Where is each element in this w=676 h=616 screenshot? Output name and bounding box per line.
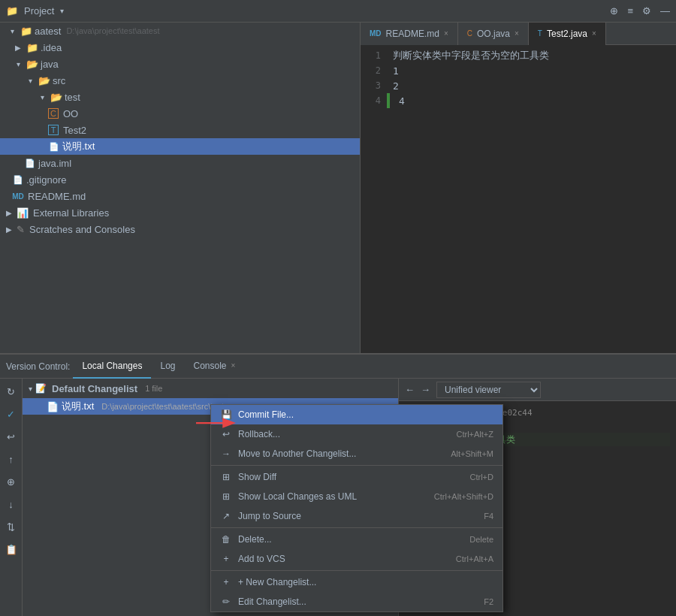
tab-console[interactable]: Console × (184, 355, 244, 379)
tab-local-changes[interactable]: Local Changes (73, 355, 151, 379)
tab-readme-close[interactable]: × (444, 29, 448, 38)
uml-icon: ⊞ (220, 491, 232, 503)
root-label: aatest (35, 26, 61, 37)
globe-icon[interactable]: ⊕ (610, 5, 618, 17)
line-num-3: 3 (361, 80, 387, 91)
iml-file[interactable]: 📄 java.iml (0, 155, 360, 171)
swap-btn[interactable]: ⇅ (3, 518, 20, 535)
diff-nav-next[interactable]: → (421, 384, 430, 395)
shuoming-file[interactable]: 📄 说明.txt (0, 138, 360, 155)
list-icon[interactable]: ≡ (627, 5, 633, 17)
folder-icon: 📁 (26, 42, 38, 53)
menu-move-changelist[interactable]: → Move to Another Changelist... Alt+Shif… (211, 444, 502, 464)
tab-readme[interactable]: MD README.md × (361, 23, 458, 45)
gitignore-icon: 📄 (12, 174, 24, 186)
show-uml-label: Show Local Changes as UML (238, 491, 357, 502)
editor-content: 1 判断实体类中字段是否为空的工具类 2 1 3 2 4 4 (361, 45, 676, 361)
idea-folder[interactable]: ▶ 📁 .idea (0, 39, 360, 56)
menu-new-changelist[interactable]: + + New Changelist... (211, 572, 502, 592)
menu-rollback[interactable]: ↩ Rollback... Ctrl+Alt+Z (211, 424, 502, 444)
test2-tab-icon: T (538, 29, 542, 38)
jump-label: Jump to Source (238, 511, 301, 521)
folder-icon: 📂 (50, 92, 62, 103)
java-orange-icon: C (48, 108, 59, 119)
project-label[interactable]: Project (24, 5, 54, 17)
menu-jump-source[interactable]: ↗ Jump to Source F4 (211, 506, 502, 526)
settings-icon[interactable]: ⚙ (642, 5, 651, 17)
console-close-icon[interactable]: × (231, 361, 236, 370)
java-folder[interactable]: ▾ 📂 java (0, 56, 360, 72)
scratches-label: Scratches and Consoles (29, 224, 135, 235)
line-num-1: 1 (361, 50, 387, 61)
tab-log[interactable]: Log (151, 355, 184, 379)
up-btn[interactable]: ↑ (3, 451, 20, 467)
test2-label: Test2 (63, 125, 86, 136)
readme-file[interactable]: MD README.md (0, 188, 360, 204)
txt-icon: 📄 (48, 140, 60, 152)
editor-line-3: 3 2 (361, 78, 676, 93)
arrow-indicator (196, 412, 241, 436)
rollback-shortcut: Ctrl+Alt+Z (456, 430, 493, 439)
tab-oo[interactable]: C OO.java × (458, 23, 529, 45)
md-tab-icon: MD (370, 29, 382, 38)
add-vcs-shortcut: Ctrl+Alt+A (456, 554, 493, 563)
clipboard-btn[interactable]: 📋 (3, 541, 20, 557)
move-shortcut: Alt+Shift+M (451, 449, 493, 458)
changelist-header[interactable]: ▾ 📝 Default Changelist 1 file (23, 379, 398, 398)
folder-icon: 📂 (38, 75, 50, 86)
external-libraries[interactable]: ▶ 📊 External Libraries (0, 204, 360, 221)
tab-oo-close[interactable]: × (515, 29, 519, 38)
dropdown-icon[interactable]: ▾ (60, 7, 64, 15)
jump-shortcut: F4 (484, 512, 493, 521)
editor-tabs: MD README.md × C OO.java × T Test2.java … (361, 23, 676, 45)
delete-icon: 🗑 (220, 533, 232, 545)
tab-test2[interactable]: T Test2.java × (529, 23, 606, 45)
local-changes-label: Local Changes (82, 361, 142, 371)
diff-nav-prev[interactable]: ← (405, 384, 415, 395)
folder-icon: 📁 (20, 26, 32, 37)
menu-show-uml[interactable]: ⊞ Show Local Changes as UML Ctrl+Alt+Shi… (211, 487, 502, 506)
menu-edit-changelist[interactable]: ✏ Edit Changelist... F2 (211, 592, 502, 611)
vc-label: Version Control: (6, 361, 70, 372)
separator-1 (211, 465, 502, 466)
rollback-label: Rollback... (238, 429, 280, 439)
add-btn[interactable]: ⊕ (3, 473, 20, 490)
ext-lib-label: External Libraries (33, 207, 109, 219)
changelist-expand: ▾ (29, 385, 32, 393)
scratches-consoles[interactable]: ▶ ✎ Scratches and Consoles (0, 221, 360, 237)
expand-icon: ▾ (24, 74, 36, 86)
down-btn[interactable]: ↓ (3, 496, 20, 512)
delete-shortcut: Delete (469, 535, 493, 544)
oo-file[interactable]: C OO (0, 105, 360, 122)
move-label: Move to Another Changelist... (238, 448, 356, 459)
menu-add-vcs[interactable]: + Add to VCS Ctrl+Alt+A (211, 549, 502, 569)
tree-root[interactable]: ▾ 📁 aatest D:\java\project\test\aatest (0, 23, 360, 39)
context-menu: 💾 Commit File... ↩ Rollback... Ctrl+Alt+… (210, 404, 503, 612)
expand-icon: ▶ (6, 209, 12, 217)
menu-commit-file[interactable]: 💾 Commit File... (211, 405, 502, 424)
test2-file[interactable]: T Test2 (0, 122, 360, 138)
separator-3 (211, 570, 502, 571)
shuoming-label: 说明.txt (62, 140, 95, 153)
gitignore-file[interactable]: 📄 .gitignore (0, 171, 360, 188)
expand-icon: ▾ (36, 91, 48, 103)
rollback-btn[interactable]: ↩ (3, 428, 20, 445)
check-btn[interactable]: ✓ (3, 406, 20, 422)
diff-toolbar: ← → Unified viewer Side-by-side viewer (399, 379, 676, 401)
test-label: test (65, 92, 80, 103)
line-text-3: 2 (387, 80, 399, 92)
test-folder[interactable]: ▾ 📂 test (0, 89, 360, 105)
refresh-btn[interactable]: ↻ (3, 383, 20, 400)
diff-icon: ⊞ (220, 471, 232, 483)
menu-show-diff[interactable]: ⊞ Show Diff Ctrl+D (211, 467, 502, 487)
line-num-2: 2 (361, 65, 387, 76)
move-icon: → (220, 448, 232, 460)
java-green-icon: T (48, 125, 59, 135)
scratch-icon: ✎ (17, 224, 25, 235)
src-folder[interactable]: ▾ 📂 src (0, 72, 360, 89)
minimize-icon[interactable]: — (660, 5, 670, 17)
menu-delete[interactable]: 🗑 Delete... Delete (211, 530, 502, 549)
lib-icon: 📊 (17, 207, 29, 219)
diff-viewer-select[interactable]: Unified viewer Side-by-side viewer (436, 382, 541, 398)
tab-test2-close[interactable]: × (592, 29, 596, 38)
